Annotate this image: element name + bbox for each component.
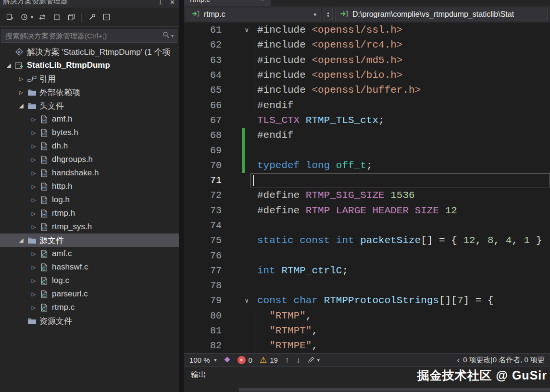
tree-item-头文件[interactable]: ◢头文件	[0, 99, 179, 112]
code-line-80[interactable]: 80 "RTMP",	[184, 308, 550, 323]
code-line-72[interactable]: 72#define RTMP_SIG_SIZE 1536	[184, 188, 550, 203]
code-area[interactable]: 61∨#include <openssl/ssl.h>62#include <o…	[184, 23, 550, 353]
code-line-62[interactable]: 62#include <openssl/rc4.h>	[184, 37, 550, 52]
intellicode-icon[interactable]	[224, 356, 230, 364]
prev-issue-button[interactable]: ↑	[285, 355, 289, 365]
search-icon[interactable]	[162, 31, 170, 40]
error-indicator[interactable]: ✕ 0	[238, 356, 252, 364]
tree-item-解决方案 'StaticLib_RtmpDump' (1 个项[interactable]: 解决方案 'StaticLib_RtmpDump' (1 个项	[0, 45, 179, 59]
switch-views-icon[interactable]	[4, 12, 15, 23]
expand-arrow-icon[interactable]: ▷	[29, 184, 38, 190]
tree-item-hashswf.c[interactable]: ▷hashswf.c	[0, 260, 179, 274]
tree-item-rtmp.c[interactable]: ▷rtmp.c	[0, 301, 179, 314]
code-line-68[interactable]: 68#endif	[184, 128, 550, 143]
changes-summary[interactable]: ‹ 0 项更改|0 名作者, 0 项更	[457, 355, 545, 365]
tree-item-资源文件[interactable]: 资源文件	[0, 314, 179, 328]
pending-changes-filter-icon[interactable]	[19, 12, 29, 23]
expand-arrow-icon[interactable]: ▷	[29, 305, 38, 311]
expand-arrow-icon[interactable]: ▷	[29, 224, 38, 230]
code-line-66[interactable]: 66#endif	[184, 98, 550, 112]
tree-item-log.h[interactable]: ▷log.h	[0, 193, 179, 207]
path-dropdown[interactable]: D:\program\complie\vs_rtmpdump_staticlib…	[335, 8, 548, 21]
warning-indicator[interactable]: ⚠ 19	[260, 356, 278, 364]
code-line-77[interactable]: 77int RTMP_ctrlC;	[184, 263, 550, 278]
tree-item-rtmp.h[interactable]: ▷rtmp.h	[0, 207, 179, 220]
chevron-down-icon[interactable]: ▾	[313, 12, 316, 18]
next-issue-button[interactable]: ↓	[296, 355, 300, 365]
code-line-69[interactable]: 69	[184, 143, 550, 158]
code-cleanup-button[interactable]: ▾	[308, 356, 320, 365]
spinner-down-icon[interactable]: ▾	[327, 14, 329, 18]
panel-splitter[interactable]	[179, 0, 184, 392]
expand-arrow-icon[interactable]: ▷	[16, 76, 26, 82]
tree-item-rtmp_sys.h[interactable]: ▷rtmp_sys.h	[0, 220, 179, 233]
collapse-arrow-icon[interactable]: ◢	[16, 237, 26, 244]
expand-arrow-icon[interactable]: ▷	[29, 130, 38, 136]
search-caret-icon[interactable]: ▾	[171, 33, 174, 38]
collapse-arrow-icon[interactable]: ◢	[16, 102, 26, 109]
code-line-61[interactable]: 61∨#include <openssl/ssl.h>	[184, 23, 550, 37]
properties-icon[interactable]	[87, 12, 97, 23]
file-dropdown[interactable]: rtmp.c ▾	[187, 8, 321, 21]
expand-arrow-icon[interactable]: ▷	[29, 143, 38, 149]
code-line-75[interactable]: 75static const int packetSize[] = { 12, …	[184, 233, 550, 248]
expand-arrow-icon[interactable]: ▷	[29, 116, 38, 122]
expand-arrow-icon[interactable]: ▷	[29, 278, 38, 284]
tree-item-外部依赖项[interactable]: ▷外部依赖项	[0, 86, 179, 99]
tree-item-http.h[interactable]: ▷http.h	[0, 180, 179, 193]
collapse-arrow-icon[interactable]: ◢	[4, 62, 13, 69]
expand-arrow-icon[interactable]: ▷	[29, 197, 38, 203]
scope-spinner[interactable]: ▴ ▾	[324, 8, 333, 21]
tree-item-handshake.h[interactable]: ▷handshake.h	[0, 166, 179, 180]
expand-arrow-icon[interactable]: ▷	[29, 157, 38, 163]
code-line-70[interactable]: 70typedef long off_t;	[184, 158, 550, 173]
code-line-76[interactable]: 76	[184, 248, 550, 263]
code-line-82[interactable]: 82 "RTMPE",	[184, 338, 550, 353]
sync-with-active-document-icon[interactable]	[37, 12, 48, 23]
expand-arrow-icon[interactable]: ▷	[29, 264, 38, 270]
collapse-file-icon[interactable]	[51, 12, 62, 23]
code-line-74[interactable]: 74	[184, 218, 550, 233]
close-icon[interactable]: ✕	[170, 0, 175, 6]
fold-arrow-icon[interactable]: ∨	[245, 296, 249, 305]
tree-item-amf.c[interactable]: ▷amf.c	[0, 247, 179, 260]
output-scrollbar[interactable]	[184, 387, 550, 392]
tree-item-amf.h[interactable]: ▷amf.h	[0, 112, 179, 126]
search-input[interactable]	[5, 32, 162, 40]
code-line-73[interactable]: 73#define RTMP_LARGE_HEADER_SIZE 12	[184, 203, 550, 218]
code-line-79[interactable]: 79∨const char RTMPProtocolStrings[][7] =…	[184, 293, 550, 308]
tab-close-icon[interactable]: ✕	[260, 0, 265, 2]
scrollbar-thumb[interactable]	[239, 388, 550, 392]
tree-item-引用[interactable]: ▷引用	[0, 72, 179, 86]
solution-explorer-titlebar[interactable]: 解决方案资源管理器 ⊥ ✕	[0, 0, 179, 8]
solution-search-box[interactable]: ▾	[1, 29, 177, 43]
tab-rtmp-c[interactable]: rtmp.c ✕	[184, 0, 271, 6]
tree-item-dh.h[interactable]: ▷dh.h	[0, 139, 179, 153]
code-line-71[interactable]: 71	[184, 173, 550, 188]
tree-item-bytes.h[interactable]: ▷bytes.h	[0, 126, 179, 139]
tree-item-parseurl.c[interactable]: ▷parseurl.c	[0, 287, 179, 301]
collapse-all-icon[interactable]	[101, 12, 112, 23]
code-line-67[interactable]: 67TLS_CTX RTMP_TLS_ctx;	[184, 113, 550, 128]
code-line-81[interactable]: 81 "RTMPT",	[184, 323, 550, 338]
tree-item-dhgroups.h[interactable]: ▷dhgroups.h	[0, 153, 179, 166]
fold-arrow-icon[interactable]: ∨	[245, 26, 249, 34]
code-line-64[interactable]: 64#include <openssl/bio.h>	[184, 68, 550, 83]
tree-item-源文件[interactable]: ◢源文件	[0, 233, 179, 247]
dropdown-caret-icon[interactable]: ▾	[31, 14, 33, 20]
expand-arrow-icon[interactable]: ▷	[29, 251, 38, 257]
expand-arrow-icon[interactable]: ▷	[29, 210, 38, 217]
code-line-63[interactable]: 63#include <openssl/md5.h>	[184, 53, 550, 68]
expand-arrow-icon[interactable]: ▷	[16, 89, 26, 96]
tree-item-log.c[interactable]: ▷log.c	[0, 274, 179, 287]
expand-arrow-icon[interactable]: ▷	[29, 170, 38, 176]
zoom-control[interactable]: 100 % ▾	[189, 356, 217, 364]
zoom-caret-icon[interactable]: ▾	[214, 357, 217, 363]
tree-item-StaticLib_RtmpDump[interactable]: ◢StaticLib_RtmpDump	[0, 59, 179, 72]
expand-arrow-icon[interactable]: ▷	[29, 291, 38, 297]
show-all-files-icon[interactable]	[66, 12, 76, 23]
cleanup-caret-icon[interactable]: ▾	[317, 357, 320, 363]
code-line-78[interactable]: 78	[184, 278, 550, 293]
code-line-65[interactable]: 65#include <openssl/buffer.h>	[184, 83, 550, 98]
pin-icon[interactable]: ⊥	[158, 0, 163, 6]
